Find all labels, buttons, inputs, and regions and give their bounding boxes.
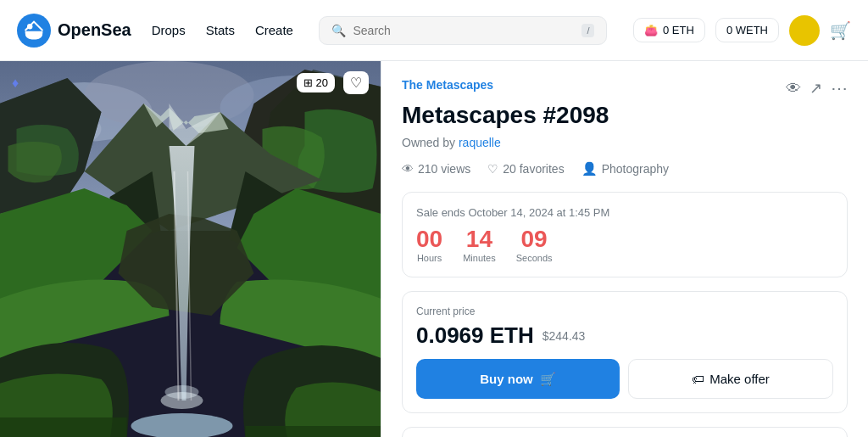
price-eth: 0.0969 ETH <box>416 322 534 349</box>
weth-balance: 0 WETH <box>726 24 768 36</box>
wallet-icon: 👛 <box>644 24 658 36</box>
image-count: 20 <box>316 76 328 89</box>
category-label: Photography <box>602 162 669 176</box>
navbar: OpenSea Drops Stats Create 🔍 / 👛 0 ETH 0… <box>0 0 868 61</box>
svg-point-10 <box>131 413 233 437</box>
search-bar[interactable]: 🔍 / <box>319 16 607 45</box>
sale-ends-text: Sale ends October 14, 2024 at 1:45 PM <box>416 206 833 219</box>
stats-row: 👁 210 views ♡ 20 favorites 👤 Photography <box>402 161 848 176</box>
share-icon[interactable]: ↗ <box>810 79 822 98</box>
price-section: Current price 0.0969 ETH $244.43 Buy now… <box>402 291 848 413</box>
price-label: Current price <box>416 305 833 317</box>
favorites-count: 20 favorites <box>503 162 564 176</box>
image-icon: ⊞ <box>303 76 313 89</box>
views-count: 210 views <box>418 162 470 176</box>
svg-point-9 <box>165 385 199 399</box>
weth-wallet-button[interactable]: 0 WETH <box>715 18 779 42</box>
opensea-logo-icon <box>17 14 51 48</box>
make-offer-button[interactable]: 🏷 Make offer <box>628 359 833 399</box>
buy-now-button[interactable]: Buy now 🛒 <box>416 359 620 399</box>
category-stat[interactable]: 👤 Photography <box>581 161 669 176</box>
image-topbar: ♦ ⊞ 20 ♡ <box>0 61 381 104</box>
tag-icon: 🏷 <box>692 372 704 386</box>
eth-icon: ♦ <box>12 76 19 91</box>
logo[interactable]: OpenSea <box>17 14 131 48</box>
views-stat[interactable]: 👁 210 views <box>402 162 470 176</box>
watch-icon[interactable]: 👁 <box>786 80 801 98</box>
category-icon: 👤 <box>581 161 598 176</box>
svg-point-0 <box>17 14 51 48</box>
collection-link[interactable]: The Metascapes <box>402 78 493 92</box>
opensea-logo-text: OpenSea <box>58 20 131 40</box>
image-actions: ⊞ 20 ♡ <box>297 71 369 94</box>
price-usd: $244.43 <box>542 329 586 343</box>
search-input[interactable] <box>353 24 581 37</box>
avatar[interactable] <box>789 15 820 46</box>
nav-create[interactable]: Create <box>255 23 293 37</box>
action-buttons: Buy now 🛒 🏷 Make offer <box>416 359 833 399</box>
sale-section: Sale ends October 14, 2024 at 1:45 PM 00… <box>402 192 848 277</box>
nav-right: 👛 0 ETH 0 WETH 🛒 <box>633 15 851 46</box>
price-history-section: ∿ Price History ∧ 0.24 0.12 0 Average pr… <box>402 427 848 437</box>
search-shortcut: / <box>581 24 594 37</box>
timer-hours: 00 Hours <box>416 227 442 263</box>
price-history-header[interactable]: ∿ Price History ∧ <box>403 428 847 437</box>
main-content: ♦ ⊞ 20 ♡ <box>0 61 868 437</box>
right-panel: The Metascapes 👁 ↗ ⋯ Metascapes #2098 Ow… <box>381 61 868 437</box>
nft-image <box>0 61 381 437</box>
timer-hours-value: 00 <box>416 227 442 251</box>
eth-balance: 0 ETH <box>663 24 694 36</box>
timer-hours-label: Hours <box>416 253 442 263</box>
price-row: 0.0969 ETH $244.43 <box>416 322 833 349</box>
make-offer-label: Make offer <box>709 372 770 386</box>
timer-seconds-label: Seconds <box>516 253 553 263</box>
heart-icon: ♡ <box>487 162 498 176</box>
owner-line: Owned by raquelle <box>402 136 848 149</box>
nft-title: Metascapes #2098 <box>402 102 848 129</box>
eye-icon: 👁 <box>402 162 414 176</box>
owner-link[interactable]: raquelle <box>459 136 501 149</box>
timer-minutes-value: 14 <box>463 227 496 251</box>
favorite-button[interactable]: ♡ <box>343 71 369 94</box>
cart-icon[interactable]: 🛒 <box>830 20 851 41</box>
favorites-stat[interactable]: ♡ 20 favorites <box>487 162 564 176</box>
timer-row: 00 Hours 14 Minutes 09 Seconds <box>416 227 833 263</box>
more-icon[interactable]: ⋯ <box>831 78 848 98</box>
timer-minutes: 14 Minutes <box>463 227 496 263</box>
svg-rect-11 <box>0 417 127 437</box>
search-icon: 🔍 <box>331 24 346 37</box>
timer-seconds-value: 09 <box>516 227 553 251</box>
image-count-button[interactable]: ⊞ 20 <box>297 73 335 92</box>
timer-seconds: 09 Seconds <box>516 227 553 263</box>
left-panel: ♦ ⊞ 20 ♡ <box>0 61 381 437</box>
nav-drops[interactable]: Drops <box>152 23 186 37</box>
image-container: ♦ ⊞ 20 ♡ <box>0 61 381 437</box>
cart-icon: 🛒 <box>540 372 556 387</box>
buy-now-label: Buy now <box>480 372 533 386</box>
eth-wallet-button[interactable]: 👛 0 ETH <box>633 18 705 42</box>
nav-stats[interactable]: Stats <box>206 23 235 37</box>
timer-minutes-label: Minutes <box>463 253 496 263</box>
nav-links: Drops Stats Create <box>152 23 293 37</box>
svg-rect-12 <box>246 426 381 437</box>
